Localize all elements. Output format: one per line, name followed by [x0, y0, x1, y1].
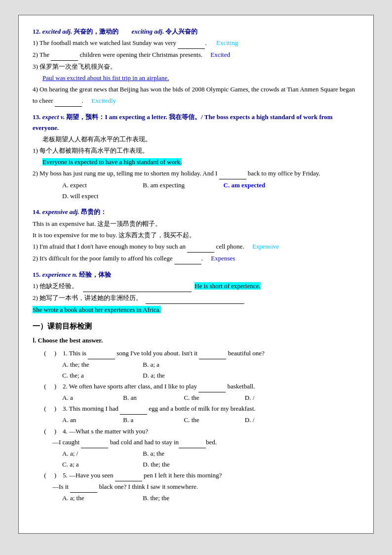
- section-12-num: 12.: [33, 28, 40, 35]
- q5-sub: —Is it black one? I think I saw it somew…: [52, 481, 359, 493]
- section-13-choices: A. expect B. am expecting C. am expected…: [62, 180, 359, 202]
- question-3-row: ( ) 3. This morning I had egg and a bott…: [42, 403, 359, 415]
- q4-optionD: D. the; the: [143, 459, 222, 470]
- section-12: 12. excited adj. 兴奋的，激动的 exciting adj. 令…: [33, 26, 359, 107]
- section-15-pos: n.: [73, 271, 78, 278]
- q4-paren-open: (: [42, 426, 49, 437]
- blank-q2: [198, 381, 226, 392]
- q2-optionA: A. a: [62, 392, 121, 403]
- q1-optionC: C. the; a: [62, 370, 141, 381]
- section-14-title: 14. expensive adj. 昂贵的：: [33, 207, 359, 217]
- blank-15-1: [83, 281, 192, 292]
- section-13-title: 13. expect v. 期望，预料：I am expecting a let…: [33, 112, 359, 133]
- section-14-line2: It is too expensive for me to buy. 这东西太贵…: [33, 230, 359, 241]
- section-14-line1: This is an expensive hat. 这是一顶昂贵的帽子。: [33, 218, 359, 229]
- q1-optionB: B. a; a: [143, 359, 222, 370]
- q1-paren-close: ): [54, 348, 61, 359]
- blank-q5-2: [70, 481, 97, 493]
- q2-optionB: B. an: [123, 392, 182, 403]
- section-12-word2: exciting: [131, 28, 153, 35]
- option-13-D: D. will expect: [62, 191, 141, 202]
- q4-optionB: B. a; the: [143, 448, 222, 459]
- section-12-line4: 4) On hearing the great news that Beijin…: [33, 84, 359, 106]
- q4-choices: A. a; / B. a; the: [62, 448, 359, 459]
- section-13-num: 13.: [33, 113, 40, 121]
- q5-paren-open: (: [42, 470, 49, 481]
- section-13-word: expect: [42, 113, 59, 121]
- blank-q3: [120, 403, 147, 415]
- section-12-line3: 3) 保罗第一次坐飞机很兴奋。: [33, 61, 359, 72]
- section-12-word: excited: [42, 28, 61, 35]
- section-14: 14. expensive adj. 昂贵的： This is an expen…: [33, 207, 359, 264]
- section-15: 15. experience n. 经验，体验 1) 他缺乏经验。 He is …: [33, 269, 359, 315]
- main-page: 12. excited adj. 兴奋的，激动的 exciting adj. 令…: [18, 15, 374, 534]
- section-12-pos2: adj.: [154, 28, 164, 35]
- q5-optionA: A. a; the: [62, 493, 141, 504]
- q2-choices: A. a B. an C. the D. /: [62, 392, 359, 403]
- blank-12-4: [55, 95, 82, 107]
- question-1-row: ( ) 1. This is song I've told you about.…: [42, 348, 359, 359]
- section-14-meaning: 昂贵的：: [81, 208, 107, 215]
- q3-optionB: B. a: [123, 415, 182, 426]
- section-14-word: expensive: [42, 208, 68, 215]
- question-2-row: ( ) 2. We often have sports after class,…: [42, 381, 359, 392]
- q5-optionB: B. the; the: [143, 493, 222, 504]
- section-15-num: 15.: [33, 271, 40, 278]
- answer-14-2: Expenses: [211, 255, 235, 262]
- q3-optionA: A. an: [62, 415, 121, 426]
- question-5-row: ( ) 5. —Have you seen pen I left it here…: [42, 470, 359, 481]
- blank-q1-1: [88, 348, 115, 359]
- blank-12-2: [51, 49, 78, 61]
- q1-choices: A. the; the B. a; a: [62, 359, 359, 370]
- q2-optionD: D. /: [245, 392, 304, 403]
- section-15-q2: 2) 她写了一本书，讲述她的非洲经历。: [33, 293, 359, 304]
- section-15-meaning: 经验，体验: [79, 271, 111, 278]
- option-13-B: B. am expecting: [143, 180, 222, 191]
- section-12-line2: 2) The children were opening their Chris…: [33, 49, 359, 61]
- section-15-q1-cn: 1) 他缺乏经验。: [33, 282, 78, 290]
- q1-paren-open: (: [42, 348, 49, 359]
- section-15-q2-en: She wrote a book about her experiences i…: [33, 304, 359, 315]
- blank-q4-2: [179, 437, 206, 448]
- choose-header: Ⅰ. Choose the best answer.: [33, 335, 359, 346]
- blank-12-1: [178, 38, 205, 49]
- section-12-translation: Paul was excited about his fist trip in …: [42, 74, 169, 82]
- q1-optionA: A. the; the: [62, 359, 141, 370]
- q4-optionA: A. a; /: [62, 448, 141, 459]
- section-header-main: 一）课前目标检测: [33, 320, 359, 333]
- blank-q5-1: [115, 470, 142, 481]
- q3-optionD: D. /: [245, 415, 304, 426]
- section-12-meaning2: 令人兴奋的: [165, 28, 197, 35]
- section-14-q1: 1) I'm afraid that I don't have enough m…: [33, 241, 359, 253]
- section-13-q1-en: Everyone is expected to have a high stan…: [42, 157, 359, 168]
- section-15-q1: 1) 他缺乏经验。 He is short of experience.: [33, 281, 359, 292]
- q3-choices: A. an B. a C. the D. /: [62, 415, 359, 426]
- section-15-title: 15. experience n. 经验，体验: [33, 269, 359, 280]
- answer-15-1: He is short of experience.: [195, 282, 260, 290]
- answer-12-1: Exciting: [216, 39, 238, 46]
- section-14-pos: adj.: [70, 208, 79, 215]
- answer-12-2: Excited: [210, 51, 230, 58]
- q4-choices2: C. a; a D. the; the: [62, 459, 359, 470]
- section-13-meaning: 期望，预料：I am expecting a letter. 我在等信。/ Th…: [33, 113, 333, 131]
- blank-14-1: [187, 241, 214, 253]
- q5-choices: A. a; the B. the; the: [62, 493, 359, 504]
- q5-paren-close: ): [54, 470, 61, 481]
- section-12-pos1: adj.: [62, 28, 72, 35]
- answer-14-1: Expensive: [252, 243, 279, 250]
- section-12-line1: 1) The football match we watched last Su…: [33, 38, 359, 49]
- section-14-q2: 2) It's difficult for the poor family to…: [33, 253, 359, 264]
- q3-paren-open: (: [42, 403, 49, 414]
- section-13-q1-cn: 1) 每个人都被期待有高水平的工作表现。: [33, 145, 359, 156]
- answer-15-2: She wrote a book about her experiences i…: [33, 306, 161, 313]
- q1-choices2: C. the; a D. a; the: [62, 370, 359, 381]
- section-15-word: experience: [42, 271, 71, 278]
- blank-q1-2: [199, 348, 226, 359]
- q4-sub: —I caught bad cold and had to stay in be…: [52, 437, 359, 448]
- q4-optionC: C. a; a: [62, 459, 141, 470]
- option-13-A: A. expect: [62, 180, 141, 191]
- blank-15-2: [146, 293, 244, 304]
- question-4-row: ( ) 4. —What s the matter with you?: [42, 426, 359, 437]
- section-13-q1-highlight: Everyone is expected to have a high stan…: [42, 158, 182, 166]
- section-13-q2: 2) My boss has just rung me up, telling …: [33, 168, 359, 179]
